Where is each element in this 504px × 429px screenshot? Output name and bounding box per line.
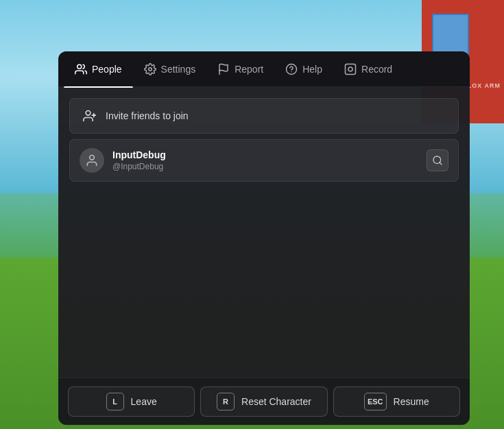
people-icon bbox=[75, 63, 87, 75]
svg-point-10 bbox=[90, 156, 95, 160]
svg-point-1 bbox=[148, 67, 152, 71]
help-icon bbox=[285, 63, 298, 75]
svg-point-5 bbox=[348, 67, 352, 71]
bottom-bar: L Leave R Reset Character ESC Resume bbox=[58, 378, 470, 425]
main-modal: People Settings Report bbox=[58, 51, 470, 425]
tab-record[interactable]: Record bbox=[333, 56, 403, 83]
resume-label: Resume bbox=[394, 396, 429, 407]
player-avatar bbox=[80, 148, 104, 173]
record-icon bbox=[344, 63, 357, 75]
reset-character-label: Reset Character bbox=[241, 396, 311, 407]
player-name: InputDebug bbox=[112, 149, 418, 160]
player-handle: @InputDebug bbox=[112, 162, 418, 171]
svg-point-0 bbox=[77, 64, 82, 69]
reset-character-button[interactable]: R Reset Character bbox=[200, 387, 327, 417]
report-icon bbox=[217, 63, 230, 75]
tab-people[interactable]: People bbox=[64, 56, 133, 83]
reset-key-badge: R bbox=[217, 393, 235, 410]
svg-point-7 bbox=[86, 111, 91, 116]
tab-help-label: Help bbox=[302, 64, 322, 75]
leave-key-badge: L bbox=[106, 393, 124, 410]
tab-help[interactable]: Help bbox=[274, 56, 333, 83]
invite-friends-row[interactable]: Invite friends to join bbox=[69, 98, 459, 134]
leave-button[interactable]: L Leave bbox=[68, 387, 195, 417]
tab-people-label: People bbox=[92, 64, 122, 75]
invite-friends-icon bbox=[82, 108, 97, 123]
tab-report[interactable]: Report bbox=[206, 56, 274, 83]
resume-key-badge: ESC bbox=[364, 393, 387, 410]
player-search-button[interactable] bbox=[427, 149, 448, 171]
tab-bar: People Settings Report bbox=[58, 51, 470, 87]
settings-icon bbox=[144, 63, 156, 75]
player-info: InputDebug @InputDebug bbox=[112, 149, 418, 171]
invite-friends-label: Invite friends to join bbox=[106, 110, 189, 121]
svg-rect-6 bbox=[346, 64, 356, 74]
player-row: InputDebug @InputDebug bbox=[69, 139, 459, 182]
svg-line-12 bbox=[440, 162, 442, 164]
tab-report-label: Report bbox=[235, 64, 263, 75]
resume-button[interactable]: ESC Resume bbox=[333, 387, 460, 417]
leave-label: Leave bbox=[131, 396, 157, 407]
tab-settings[interactable]: Settings bbox=[133, 56, 207, 83]
modal-content: Invite friends to join InputDebug @Input… bbox=[58, 87, 470, 378]
tab-settings-label: Settings bbox=[161, 64, 196, 75]
tab-record-label: Record bbox=[361, 64, 392, 75]
